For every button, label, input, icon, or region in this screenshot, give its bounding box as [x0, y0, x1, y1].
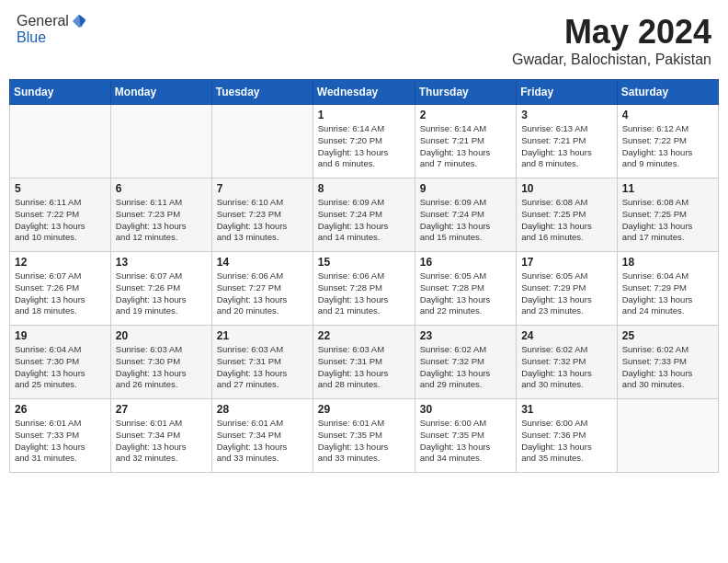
calendar-empty-cell — [617, 399, 718, 473]
calendar-day-18: 18Sunrise: 6:04 AM Sunset: 7:29 PM Dayli… — [617, 252, 718, 326]
day-number: 2 — [420, 109, 511, 121]
day-content: Sunrise: 6:08 AM Sunset: 7:25 PM Dayligh… — [521, 197, 612, 244]
day-content: Sunrise: 6:03 AM Sunset: 7:31 PM Dayligh… — [217, 344, 308, 391]
calendar-week-row: 1Sunrise: 6:14 AM Sunset: 7:20 PM Daylig… — [10, 105, 719, 178]
day-content: Sunrise: 6:05 AM Sunset: 7:28 PM Dayligh… — [420, 270, 511, 317]
day-number: 1 — [318, 109, 410, 121]
month-title: May 2024 — [512, 13, 711, 52]
day-number: 8 — [318, 182, 410, 195]
logo-general-text: General — [17, 13, 69, 29]
calendar-day-20: 20Sunrise: 6:03 AM Sunset: 7:30 PM Dayli… — [110, 326, 211, 399]
calendar-day-15: 15Sunrise: 6:06 AM Sunset: 7:28 PM Dayli… — [313, 252, 415, 326]
day-content: Sunrise: 6:14 AM Sunset: 7:20 PM Dayligh… — [318, 123, 410, 170]
day-number: 10 — [521, 182, 612, 195]
calendar-day-10: 10Sunrise: 6:08 AM Sunset: 7:25 PM Dayli… — [517, 178, 618, 252]
day-content: Sunrise: 6:01 AM Sunset: 7:35 PM Dayligh… — [318, 418, 410, 465]
calendar-week-row: 19Sunrise: 6:04 AM Sunset: 7:30 PM Dayli… — [10, 326, 719, 399]
day-header-sunday: Sunday — [10, 80, 111, 105]
day-number: 14 — [217, 256, 308, 269]
calendar-day-6: 6Sunrise: 6:11 AM Sunset: 7:23 PM Daylig… — [110, 178, 211, 252]
day-number: 17 — [521, 256, 612, 269]
day-number: 13 — [116, 256, 207, 269]
day-header-tuesday: Tuesday — [211, 80, 313, 105]
day-header-wednesday: Wednesday — [313, 80, 415, 105]
day-content: Sunrise: 6:03 AM Sunset: 7:31 PM Dayligh… — [318, 344, 410, 391]
calendar-day-26: 26Sunrise: 6:01 AM Sunset: 7:33 PM Dayli… — [10, 399, 111, 473]
title-block: May 2024 Gwadar, Balochistan, Pakistan — [512, 13, 711, 68]
logo: General Blue — [17, 13, 87, 46]
calendar-day-4: 4Sunrise: 6:12 AM Sunset: 7:22 PM Daylig… — [617, 105, 718, 178]
day-number: 11 — [622, 182, 713, 195]
day-content: Sunrise: 6:02 AM Sunset: 7:32 PM Dayligh… — [420, 344, 511, 391]
day-number: 20 — [116, 329, 207, 342]
calendar-day-23: 23Sunrise: 6:02 AM Sunset: 7:32 PM Dayli… — [415, 326, 516, 399]
day-content: Sunrise: 6:00 AM Sunset: 7:36 PM Dayligh… — [521, 418, 612, 465]
calendar-table: SundayMondayTuesdayWednesdayThursdayFrid… — [9, 79, 719, 473]
day-number: 25 — [622, 329, 713, 342]
calendar-day-29: 29Sunrise: 6:01 AM Sunset: 7:35 PM Dayli… — [313, 399, 415, 473]
calendar-day-25: 25Sunrise: 6:02 AM Sunset: 7:33 PM Dayli… — [617, 326, 718, 399]
day-number: 15 — [318, 256, 410, 269]
calendar-empty-cell — [10, 105, 111, 178]
day-content: Sunrise: 6:04 AM Sunset: 7:29 PM Dayligh… — [622, 270, 713, 317]
day-content: Sunrise: 6:14 AM Sunset: 7:21 PM Dayligh… — [420, 123, 511, 170]
calendar-week-row: 26Sunrise: 6:01 AM Sunset: 7:33 PM Dayli… — [10, 399, 719, 473]
calendar-week-row: 12Sunrise: 6:07 AM Sunset: 7:26 PM Dayli… — [10, 252, 719, 326]
day-content: Sunrise: 6:12 AM Sunset: 7:22 PM Dayligh… — [622, 123, 713, 170]
day-content: Sunrise: 6:08 AM Sunset: 7:25 PM Dayligh… — [622, 197, 713, 244]
day-number: 4 — [622, 109, 713, 121]
calendar-day-27: 27Sunrise: 6:01 AM Sunset: 7:34 PM Dayli… — [110, 399, 211, 473]
day-content: Sunrise: 6:04 AM Sunset: 7:30 PM Dayligh… — [15, 344, 106, 391]
calendar-day-1: 1Sunrise: 6:14 AM Sunset: 7:20 PM Daylig… — [313, 105, 415, 178]
day-header-saturday: Saturday — [617, 80, 718, 105]
calendar-day-31: 31Sunrise: 6:00 AM Sunset: 7:36 PM Dayli… — [517, 399, 618, 473]
day-number: 21 — [217, 329, 308, 342]
calendar-day-12: 12Sunrise: 6:07 AM Sunset: 7:26 PM Dayli… — [10, 252, 111, 326]
day-content: Sunrise: 6:01 AM Sunset: 7:34 PM Dayligh… — [116, 418, 207, 465]
calendar-day-3: 3Sunrise: 6:13 AM Sunset: 7:21 PM Daylig… — [517, 105, 618, 178]
day-number: 16 — [420, 256, 511, 269]
day-content: Sunrise: 6:02 AM Sunset: 7:32 PM Dayligh… — [521, 344, 612, 391]
calendar-day-9: 9Sunrise: 6:09 AM Sunset: 7:24 PM Daylig… — [415, 178, 516, 252]
day-content: Sunrise: 6:06 AM Sunset: 7:28 PM Dayligh… — [318, 270, 410, 317]
day-number: 19 — [15, 329, 106, 342]
day-number: 28 — [217, 403, 308, 416]
calendar-week-row: 5Sunrise: 6:11 AM Sunset: 7:22 PM Daylig… — [10, 178, 719, 252]
calendar-empty-cell — [110, 105, 211, 178]
day-number: 30 — [420, 403, 511, 416]
day-content: Sunrise: 6:09 AM Sunset: 7:24 PM Dayligh… — [420, 197, 511, 244]
day-content: Sunrise: 6:01 AM Sunset: 7:34 PM Dayligh… — [217, 418, 308, 465]
calendar-header-row: SundayMondayTuesdayWednesdayThursdayFrid… — [10, 80, 719, 105]
day-content: Sunrise: 6:07 AM Sunset: 7:26 PM Dayligh… — [116, 270, 207, 317]
calendar-empty-cell — [211, 105, 313, 178]
day-number: 22 — [318, 329, 410, 342]
day-number: 18 — [622, 256, 713, 269]
calendar-day-11: 11Sunrise: 6:08 AM Sunset: 7:25 PM Dayli… — [617, 178, 718, 252]
calendar-day-16: 16Sunrise: 6:05 AM Sunset: 7:28 PM Dayli… — [415, 252, 516, 326]
day-header-thursday: Thursday — [415, 80, 516, 105]
calendar-day-21: 21Sunrise: 6:03 AM Sunset: 7:31 PM Dayli… — [211, 326, 313, 399]
day-number: 26 — [15, 403, 106, 416]
calendar-day-24: 24Sunrise: 6:02 AM Sunset: 7:32 PM Dayli… — [517, 326, 618, 399]
day-content: Sunrise: 6:02 AM Sunset: 7:33 PM Dayligh… — [622, 344, 713, 391]
calendar-day-8: 8Sunrise: 6:09 AM Sunset: 7:24 PM Daylig… — [313, 178, 415, 252]
day-number: 29 — [318, 403, 410, 416]
day-header-monday: Monday — [110, 80, 211, 105]
day-number: 3 — [521, 109, 612, 121]
day-number: 6 — [116, 182, 207, 195]
day-content: Sunrise: 6:07 AM Sunset: 7:26 PM Dayligh… — [15, 270, 106, 317]
day-number: 5 — [15, 182, 106, 195]
calendar-day-30: 30Sunrise: 6:00 AM Sunset: 7:35 PM Dayli… — [415, 399, 516, 473]
logo-blue-text: Blue — [17, 29, 87, 46]
day-number: 23 — [420, 329, 511, 342]
calendar-day-17: 17Sunrise: 6:05 AM Sunset: 7:29 PM Dayli… — [517, 252, 618, 326]
day-content: Sunrise: 6:09 AM Sunset: 7:24 PM Dayligh… — [318, 197, 410, 244]
calendar-day-14: 14Sunrise: 6:06 AM Sunset: 7:27 PM Dayli… — [211, 252, 313, 326]
day-number: 9 — [420, 182, 511, 195]
day-number: 24 — [521, 329, 612, 342]
day-number: 7 — [217, 182, 308, 195]
day-content: Sunrise: 6:00 AM Sunset: 7:35 PM Dayligh… — [420, 418, 511, 465]
logo-icon — [71, 13, 87, 29]
day-content: Sunrise: 6:03 AM Sunset: 7:30 PM Dayligh… — [116, 344, 207, 391]
day-content: Sunrise: 6:05 AM Sunset: 7:29 PM Dayligh… — [521, 270, 612, 317]
